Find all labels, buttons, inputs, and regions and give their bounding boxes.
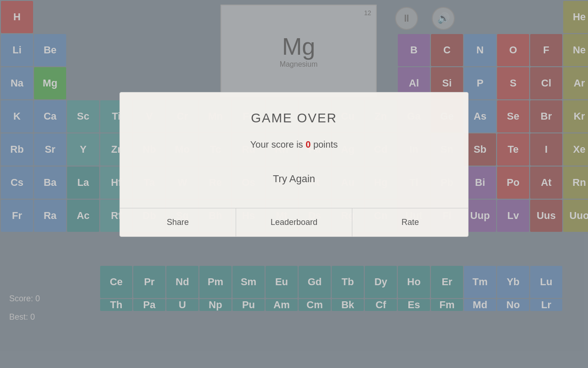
modal-score: Your score is 0 points	[250, 139, 338, 150]
try-again-button[interactable]: Try Again	[259, 168, 329, 190]
share-button[interactable]: Share	[120, 208, 236, 236]
modal-actions: Share Leaderboard Rate	[120, 208, 468, 236]
score-text-after: points	[313, 139, 338, 150]
modal-overlay: GAME OVER Your score is 0 points Try Aga…	[0, 0, 588, 368]
rate-button[interactable]: Rate	[352, 208, 468, 236]
game-over-modal: GAME OVER Your score is 0 points Try Aga…	[119, 92, 469, 237]
modal-title: GAME OVER	[251, 111, 337, 126]
modal-score-value: 0	[305, 139, 311, 150]
score-text-before: Your score is	[250, 139, 303, 150]
leaderboard-button[interactable]: Leaderboard	[236, 208, 352, 236]
